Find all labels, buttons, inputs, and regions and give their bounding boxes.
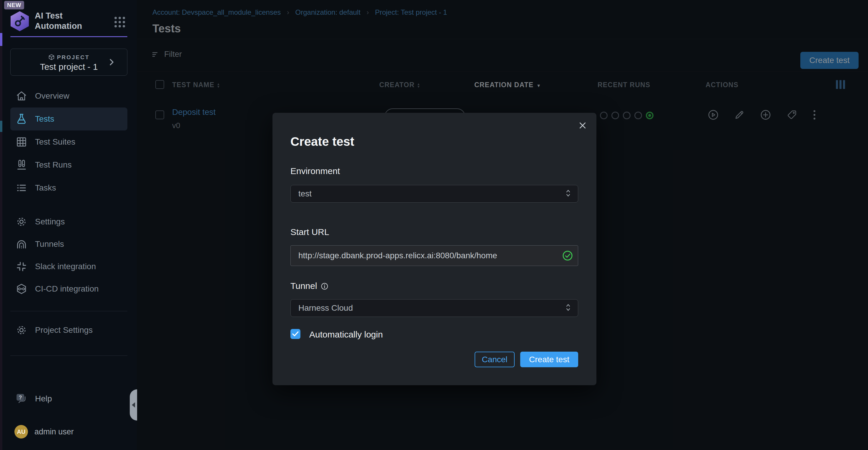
sidebar-item-label: CI-CD integration — [35, 284, 99, 293]
help-chat-icon: ? — [16, 393, 28, 405]
select-chevrons-icon — [565, 189, 571, 199]
tunnel-select[interactable]: Harness Cloud — [290, 299, 578, 317]
sidebar: NEW AI Test Automation — [2, 0, 137, 450]
sidebar-item-tests[interactable]: Tests — [10, 108, 127, 131]
tunnel-label: Tunnel — [290, 281, 329, 292]
sidebar-item-overview[interactable]: Overview — [10, 85, 127, 108]
project-selector[interactable]: PROJECT Test project - 1 — [10, 49, 127, 76]
sidebar-item-test-runs[interactable]: Test Runs — [10, 153, 127, 176]
cube-icon — [48, 54, 55, 60]
environment-value: test — [298, 189, 312, 198]
help-button[interactable]: ? Help — [10, 389, 127, 409]
test-tubes-icon — [16, 159, 27, 171]
rail-purple-indicator — [0, 33, 2, 46]
sidebar-collapse-handle[interactable] — [130, 389, 137, 421]
app-screen: NEW AI Test Automation — [0, 0, 868, 450]
avatar: AU — [14, 425, 28, 439]
sidebar-item-label: Slack integration — [35, 262, 96, 271]
sidebar-item-label: Tests — [35, 114, 54, 124]
gear-icon — [16, 324, 27, 336]
new-badge: NEW — [4, 1, 24, 9]
robot-arm-icon — [14, 15, 26, 27]
sidebar-item-label: Project Settings — [35, 326, 93, 335]
environment-label: Environment — [290, 166, 340, 176]
task-list-icon — [16, 182, 27, 194]
module-rail — [0, 0, 2, 450]
modal-title: Create test — [290, 135, 354, 149]
home-icon — [16, 90, 27, 102]
help-label: Help — [35, 394, 52, 403]
sidebar-item-label: Test Runs — [35, 160, 72, 170]
cicd-hexagon-icon — [16, 283, 27, 295]
slack-icon — [16, 261, 27, 273]
close-icon[interactable] — [578, 121, 587, 130]
chevron-left-icon — [132, 402, 135, 407]
sidebar-item-test-suites[interactable]: Test Suites — [10, 131, 127, 153]
sidebar-item-cicd-integration[interactable]: CI-CD integration — [10, 277, 127, 300]
info-icon[interactable] — [321, 282, 329, 292]
sidebar-item-label: Settings — [35, 217, 65, 226]
sidebar-item-label: Test Suites — [35, 137, 75, 147]
sidebar-item-slack-integration[interactable]: Slack integration — [10, 255, 127, 278]
sidebar-item-settings[interactable]: Settings — [10, 210, 127, 233]
user-menu[interactable]: AU admin user — [10, 421, 127, 442]
user-name: admin user — [34, 427, 74, 437]
sidebar-item-label: Tasks — [35, 183, 56, 193]
sidebar-item-project-settings[interactable]: Project Settings — [10, 319, 127, 342]
brand-underline — [10, 36, 127, 37]
url-valid-check-icon — [562, 250, 573, 262]
auto-login-checkbox[interactable] — [290, 329, 301, 339]
tunnel-value: Harness Cloud — [298, 303, 353, 313]
start-url-label: Start URL — [290, 227, 329, 237]
sidebar-divider — [10, 311, 127, 311]
sidebar-item-label: Overview — [35, 91, 69, 101]
app-logo[interactable] — [10, 11, 29, 31]
start-url-input[interactable] — [290, 245, 578, 266]
sidebar-divider — [10, 356, 127, 356]
tunnel-icon — [16, 238, 27, 250]
environment-select[interactable]: test — [290, 185, 578, 203]
modal-create-test-button[interactable]: Create test — [520, 351, 578, 367]
sidebar-item-label: Tunnels — [35, 240, 64, 249]
create-test-modal: Create test Environment test Start URL T… — [273, 113, 596, 385]
select-chevrons-icon — [565, 303, 571, 313]
check-icon — [292, 331, 299, 337]
grid-icon — [16, 136, 27, 148]
cancel-button[interactable]: Cancel — [475, 351, 515, 367]
rail-teal-indicator — [0, 121, 2, 132]
svg-text:?: ? — [19, 395, 22, 400]
sidebar-item-tunnels[interactable]: Tunnels — [10, 233, 127, 256]
app-switcher-icon[interactable] — [113, 15, 126, 29]
app-title: AI Test Automation — [35, 10, 82, 31]
sidebar-item-tasks[interactable]: Tasks — [10, 176, 127, 199]
flask-icon — [16, 113, 27, 125]
chevron-right-icon — [108, 58, 115, 67]
modal-buttons: Cancel Create test — [475, 351, 578, 367]
auto-login-label: Automatically login — [309, 330, 383, 340]
gear-icon — [16, 216, 27, 228]
